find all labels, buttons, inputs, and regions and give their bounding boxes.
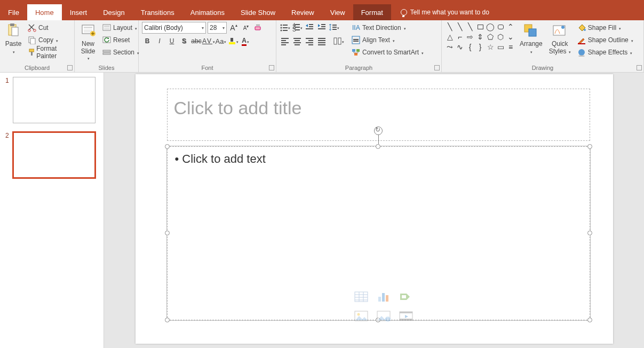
- change-case-button[interactable]: Aa: [216, 36, 226, 46]
- bullets-button[interactable]: [280, 22, 290, 33]
- grow-font-button[interactable]: A▴: [228, 22, 239, 33]
- rotate-handle[interactable]: [374, 126, 383, 135]
- tab-design[interactable]: Design: [95, 4, 132, 20]
- shape-line3-icon[interactable]: ╲: [465, 22, 475, 31]
- insert-video-icon[interactable]: [397, 309, 416, 324]
- new-slide-button[interactable]: NewSlide: [78, 22, 98, 63]
- resize-handle-bl[interactable]: [165, 318, 170, 322]
- shape-roundrect-icon[interactable]: [496, 22, 505, 31]
- eraser-icon: [254, 23, 263, 32]
- highlight-button[interactable]: [228, 36, 238, 46]
- shape-scrollup-icon[interactable]: ⌃: [506, 22, 515, 31]
- resize-handle-br[interactable]: [587, 318, 592, 322]
- shape-connector-icon[interactable]: ⌐: [455, 32, 465, 42]
- tab-animations[interactable]: Animations: [182, 4, 233, 20]
- line-spacing-button[interactable]: [329, 22, 339, 33]
- tab-view[interactable]: View: [322, 4, 353, 20]
- shrink-font-button[interactable]: A▾: [241, 22, 251, 33]
- shape-effects-button[interactable]: Shape Effects: [575, 46, 635, 58]
- tell-me-search[interactable]: Tell me what you want to do: [391, 4, 489, 20]
- strikethrough-button[interactable]: abc: [191, 36, 202, 46]
- clear-formatting-button[interactable]: [253, 22, 264, 33]
- insert-chart-icon[interactable]: [375, 290, 394, 305]
- shape-more-icon[interactable]: ≡: [506, 42, 515, 52]
- bold-button[interactable]: B: [142, 36, 153, 46]
- resize-handle-r[interactable]: [587, 231, 592, 235]
- copy-button[interactable]: Copy: [26, 34, 71, 46]
- thumb-number-2: 2: [5, 132, 10, 139]
- shape-oval-icon[interactable]: ◯: [486, 22, 495, 31]
- shape-callout-icon[interactable]: ⬠: [486, 32, 495, 42]
- resize-handle-t[interactable]: [376, 144, 380, 149]
- cut-button[interactable]: Cut: [26, 22, 71, 34]
- slide[interactable]: Click to add title • Click to add text: [136, 74, 613, 344]
- clipboard-dialog-launcher[interactable]: [67, 65, 73, 70]
- tab-review[interactable]: Review: [283, 4, 322, 20]
- align-left-button[interactable]: [280, 36, 290, 46]
- content-placeholder[interactable]: • Click to add text: [167, 146, 590, 320]
- shape-scrolldn-icon[interactable]: ⌄: [506, 32, 515, 42]
- underline-button[interactable]: U: [166, 36, 177, 46]
- shape-hex-icon[interactable]: ⬡: [496, 32, 505, 42]
- shapes-gallery[interactable]: ╲ ╲ ╲ ◯ ⌃ △ ⌐ ⇨ ⇕ ⬠ ⬡ ⌄ ⤳ ∿ { } ☆ ▭ ≡: [445, 22, 515, 52]
- shape-fill-button[interactable]: Shape Fill: [575, 22, 635, 34]
- insert-picture-icon[interactable]: [352, 309, 371, 324]
- align-center-button[interactable]: [292, 36, 303, 46]
- arrange-button[interactable]: Arrange: [518, 22, 545, 57]
- shape-lbrace-icon[interactable]: {: [465, 42, 475, 52]
- shape-curve-icon[interactable]: ⤳: [445, 42, 455, 52]
- resize-handle-tl[interactable]: [165, 144, 170, 149]
- svg-rect-55: [318, 40, 325, 41]
- shape-action-icon[interactable]: ▭: [496, 42, 505, 52]
- tab-transitions[interactable]: Transitions: [133, 4, 182, 20]
- font-size-combo[interactable]: 28▾: [208, 22, 227, 34]
- shape-arrowr-icon[interactable]: ⇨: [465, 32, 475, 42]
- tab-insert[interactable]: Insert: [62, 4, 96, 20]
- tab-file[interactable]: File: [0, 4, 27, 20]
- shape-arrowud-icon[interactable]: ⇕: [475, 32, 485, 42]
- font-dialog-launcher[interactable]: [269, 65, 274, 70]
- decrease-indent-button[interactable]: [304, 22, 315, 33]
- shape-star-icon[interactable]: ☆: [486, 42, 495, 52]
- slide-thumbnails-pane[interactable]: 1 2: [0, 73, 104, 348]
- slide-thumbnail-1[interactable]: [13, 77, 96, 123]
- shape-curve2-icon[interactable]: ∿: [455, 42, 465, 52]
- slide-thumbnail-2[interactable]: [13, 132, 96, 178]
- justify-button[interactable]: [316, 36, 327, 46]
- shadow-button[interactable]: S: [179, 36, 189, 46]
- increase-indent-button[interactable]: [316, 22, 327, 33]
- layout-button[interactable]: Layout: [100, 22, 141, 34]
- resize-handle-tr[interactable]: [587, 144, 592, 149]
- align-text-button[interactable]: Align Text: [349, 34, 426, 46]
- shape-line-icon[interactable]: ╲: [445, 22, 455, 31]
- font-color-button[interactable]: A: [240, 36, 251, 46]
- insert-online-picture-icon[interactable]: [375, 309, 394, 324]
- quick-styles-button[interactable]: QuickStyles: [547, 22, 573, 57]
- insert-smartart-icon[interactable]: [397, 290, 416, 305]
- drawing-dialog-launcher[interactable]: [637, 65, 642, 70]
- shape-outline-button[interactable]: Shape Outline: [575, 34, 635, 46]
- tab-home[interactable]: Home: [27, 4, 62, 20]
- section-button[interactable]: Section: [100, 46, 141, 58]
- font-name-combo[interactable]: Calibri (Body)▾: [142, 22, 206, 34]
- shape-rbrace-icon[interactable]: }: [475, 42, 485, 52]
- tab-slideshow[interactable]: Slide Show: [233, 4, 283, 20]
- reset-button[interactable]: Reset: [100, 34, 141, 46]
- convert-smartart-button[interactable]: Convert to SmartArt: [349, 46, 426, 58]
- numbering-button[interactable]: 123: [292, 22, 303, 33]
- char-spacing-button[interactable]: AV: [203, 36, 214, 46]
- paste-button[interactable]: Paste: [3, 22, 23, 57]
- insert-table-icon[interactable]: [352, 290, 371, 305]
- slide-canvas[interactable]: Click to add title • Click to add text: [104, 73, 644, 348]
- align-right-button[interactable]: [304, 36, 315, 46]
- resize-handle-l[interactable]: [165, 231, 170, 235]
- tab-format[interactable]: Format: [353, 4, 391, 20]
- shape-rect-icon[interactable]: [475, 22, 485, 31]
- text-direction-button[interactable]: IIAText Direction: [349, 22, 426, 34]
- paragraph-dialog-launcher[interactable]: [434, 65, 440, 70]
- italic-button[interactable]: I: [154, 36, 165, 46]
- shape-triangle-icon[interactable]: △: [445, 32, 455, 42]
- shape-line2-icon[interactable]: ╲: [455, 22, 465, 31]
- format-painter-button[interactable]: Format Painter: [26, 46, 71, 58]
- columns-button[interactable]: [333, 36, 344, 46]
